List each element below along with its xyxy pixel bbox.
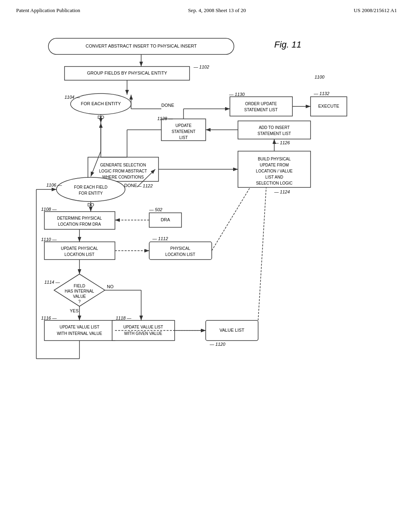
text-1110-1: UPDATE PHYSICAL (61, 246, 98, 251)
label-502: — 502 (149, 207, 162, 212)
box-1126 (238, 121, 311, 139)
text-1112-1: PHYSICAL (170, 246, 190, 251)
dashed-1120-1124 (258, 187, 266, 320)
text-1114-1: FIELD (74, 284, 85, 288)
box-1116 (44, 320, 115, 341)
done-label-1: DONE (161, 103, 174, 108)
text-1122-gen-3: WHERE CONDITIONS (102, 175, 144, 179)
text-1128-1: UPDATE (175, 123, 192, 128)
text-1106-2: FOR ENTITY (79, 191, 103, 195)
text-1130-1: ORDER UPDATE (245, 102, 277, 106)
header-left: Patent Application Publication (16, 7, 80, 14)
label-1120: — 1120 (209, 342, 225, 347)
label-1118: 1118 — (116, 316, 132, 320)
text-1124-1: BUILD PHYSICAL (258, 157, 291, 161)
text-1126-1: ADD TO INSERT (259, 125, 290, 130)
label-1130: — 1130 (229, 92, 245, 97)
text-1118-2: WITH GIVEN VALUE (124, 331, 163, 336)
box-1108 (44, 212, 115, 229)
label-1112: — 1112 (152, 236, 168, 241)
text-1124-4: LIST AND (265, 175, 283, 179)
box-1112 (149, 242, 212, 260)
label-1110: 1110 — (41, 237, 57, 242)
text-1118-1: UPDATE VALUE LIST (123, 325, 163, 329)
text-1124-3: LOCATION / VALUE (256, 169, 293, 173)
label-1128: 1128 — (157, 116, 173, 121)
label-1100: 1100 (315, 75, 325, 79)
text-1108-1: DETERMINE PHYSICAL (57, 216, 102, 220)
yes-label: YES (70, 308, 79, 313)
box-1106 (56, 177, 125, 202)
dashed-1112-1124 (212, 187, 250, 251)
box-1110 (44, 242, 115, 260)
text-1102: GROUP FIELDS BY PHYSICAL ENTITY (87, 71, 167, 75)
text-1116-1: UPDATE VALUE LIST (60, 325, 100, 329)
text-1128-2: STATEMENT (171, 129, 195, 134)
header-center: Sep. 4, 2008 Sheet 13 of 20 (188, 7, 246, 14)
page-header: Patent Application Publication Sep. 4, 2… (0, 0, 413, 14)
text-1120: VALUE LIST (219, 328, 244, 332)
diagram-svg: Fig. 11 1100 CONVERT ABSTRACT INSERT TO … (24, 32, 387, 516)
done-label-2: DONE (124, 183, 137, 188)
text-1104: FOR EACH ENTITY (81, 101, 121, 106)
header-right: US 2008/215612 A1 (354, 7, 397, 14)
text-1112-2: LOCATION LIST (165, 252, 195, 257)
diagram-area: Fig. 11 1100 CONVERT ABSTRACT INSERT TO … (24, 32, 387, 516)
text-1122-gen-1: GENERATE SELECTION (100, 163, 146, 167)
text-1130-2: STATEMENT LIST (244, 108, 278, 112)
label-1102: — 1102 (193, 64, 209, 69)
fig-label: Fig. 11 (274, 39, 301, 50)
label-1114: 1114 — (44, 280, 60, 285)
text-1124-5: SELECTION LOGIC (256, 181, 293, 185)
text-1114-4: ? (78, 299, 81, 304)
label-1104: 1104 — (65, 95, 81, 100)
label-1124: — 1124 (274, 189, 290, 194)
text-1110-2: LOCATION LIST (65, 252, 94, 257)
text-1122-gen-2: LOGIC FROM ABSTRACT (99, 169, 147, 173)
text-502: DRA (161, 217, 170, 222)
box-1130 (230, 97, 292, 116)
text-1106-1: FOR EACH FIELD (74, 185, 108, 189)
text-1132: EXECUTE (318, 104, 339, 108)
text-1114-2: HAS INTERNAL (65, 289, 94, 293)
text-1126-2: STATEMENT LIST (258, 131, 291, 136)
text-1114-3: VALUE (73, 294, 86, 299)
label-1106: 1106 — (46, 183, 63, 187)
label-1122: — 1122 (137, 183, 153, 188)
text-1108-2: LOCATION FROM DRA (58, 222, 101, 227)
label-1116: 1116 — (41, 316, 57, 320)
text-1124-2: UPDATE FROM (260, 163, 289, 167)
label-1132: — 1132 (313, 91, 330, 96)
text-1128-3: LIST (179, 135, 188, 140)
label-1126: — 1126 (274, 140, 290, 145)
start-text: CONVERT ABSTRACT INSERT TO PHYSICAL INSE… (86, 44, 197, 48)
label-1108: 1108 — (41, 207, 57, 212)
no-label: NO (107, 284, 114, 289)
text-1116-2: WITH INTERNAL VALUE (57, 331, 102, 336)
